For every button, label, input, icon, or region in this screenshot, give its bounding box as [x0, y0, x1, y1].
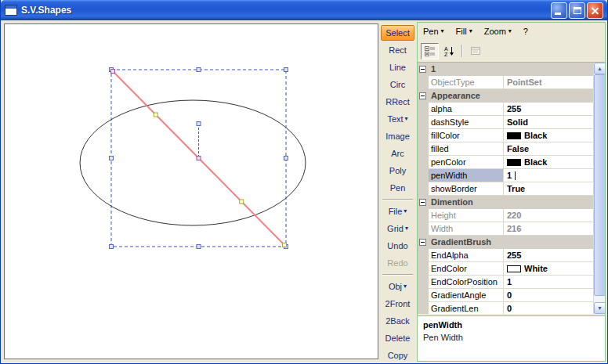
category-row-1[interactable]: 1: [418, 63, 593, 76]
line-point-handle[interactable]: [111, 70, 115, 74]
category-label: 1: [429, 63, 593, 76]
tool-button-redo[interactable]: Redo: [381, 255, 414, 271]
property-row-pencolor[interactable]: penColorBlack: [418, 156, 593, 169]
tool-button-delete[interactable]: Delete: [381, 330, 414, 346]
line-point-handle[interactable]: [197, 157, 201, 160]
tool-button-image[interactable]: Image: [381, 128, 414, 144]
property-value[interactable]: 220: [504, 209, 593, 222]
property-row-filled[interactable]: filledFalse: [418, 142, 593, 156]
collapse-icon[interactable]: [419, 66, 426, 73]
tool-button-arc[interactable]: Arc: [381, 146, 414, 161]
property-value[interactable]: False: [504, 142, 593, 156]
row-indent: [418, 76, 429, 89]
selection-handle[interactable]: [110, 245, 114, 249]
category-indent: [418, 236, 429, 249]
tool-button-circ[interactable]: Circ: [381, 77, 414, 92]
drawing-svg[interactable]: [5, 24, 378, 359]
property-value[interactable]: Black: [504, 129, 593, 142]
close-button[interactable]: [587, 2, 603, 19]
property-row-width[interactable]: Width216: [418, 222, 593, 236]
menu-label: Pen: [423, 27, 439, 36]
category-indent: [418, 63, 429, 76]
vertical-scrollbar[interactable]: ▲ ▼: [593, 63, 605, 314]
collapse-icon[interactable]: [419, 239, 426, 246]
selection-handle[interactable]: [197, 68, 201, 72]
property-value[interactable]: Black: [504, 156, 593, 169]
menu-pen[interactable]: Pen▾: [423, 27, 444, 36]
menu-zoom[interactable]: Zoom▾: [484, 27, 512, 36]
maximize-icon: [574, 7, 581, 14]
tool-button-poly[interactable]: Poly: [381, 163, 414, 178]
menu-fill[interactable]: Fill▾: [456, 27, 472, 36]
prop-menubar: Pen▾Fill▾Zoom▾?: [418, 23, 605, 40]
tool-button-undo[interactable]: Undo: [381, 238, 414, 254]
property-name: penWidth: [429, 169, 504, 182]
minimize-button[interactable]: [551, 2, 567, 19]
property-row-penwidth[interactable]: penWidth1: [418, 169, 593, 182]
maximize-button[interactable]: [569, 2, 585, 19]
scroll-down-button[interactable]: ▼: [594, 302, 605, 314]
property-value[interactable]: 216: [504, 222, 593, 236]
property-value[interactable]: 255: [504, 103, 593, 116]
tool-button-grid[interactable]: Grid▾: [381, 221, 414, 236]
tool-button-label: Delete: [385, 333, 411, 343]
row-indent: [418, 209, 429, 222]
property-name: ObjectType: [429, 76, 504, 89]
tool-button-pen[interactable]: Pen: [381, 180, 414, 196]
property-value[interactable]: 0: [504, 289, 593, 302]
alphabetical-button[interactable]: A Z: [440, 43, 458, 59]
selection-handle[interactable]: [284, 68, 288, 72]
property-row-objecttype[interactable]: ObjectTypePointSet: [418, 76, 593, 89]
scroll-up-button[interactable]: ▲: [594, 63, 605, 74]
selection-handle[interactable]: [197, 245, 201, 249]
property-row-height[interactable]: Height220: [418, 209, 593, 222]
property-grid: 1ObjectTypePointSetAppearancealpha255das…: [418, 62, 605, 314]
property-row-gradientlen[interactable]: GradientLen0: [418, 302, 593, 314]
property-row-endcolor[interactable]: EndColorWhite: [418, 262, 593, 276]
property-row-fillcolor[interactable]: fillColorBlack: [418, 129, 593, 142]
tool-button-text[interactable]: Text▾: [381, 111, 414, 127]
property-value[interactable]: 1: [504, 276, 593, 289]
property-value[interactable]: White: [504, 262, 593, 276]
tool-button-label: Poly: [389, 166, 406, 175]
categorized-button[interactable]: [421, 43, 439, 59]
category-row-appearance[interactable]: Appearance: [418, 89, 593, 103]
tool-button-file[interactable]: File▾: [381, 204, 414, 219]
rotation-handle[interactable]: [197, 122, 201, 126]
selection-handle[interactable]: [284, 157, 288, 160]
property-value[interactable]: PointSet: [504, 76, 593, 89]
property-name: GradientAngle: [429, 289, 504, 302]
property-row-showborder[interactable]: showBorderTrue: [418, 182, 593, 196]
line-point-handle[interactable]: [240, 200, 244, 204]
property-row-gradientangle[interactable]: GradientAngle0: [418, 289, 593, 302]
tool-button-line[interactable]: Line: [381, 59, 414, 75]
tool-button-copy[interactable]: Copy: [381, 348, 414, 363]
property-row-alpha[interactable]: alpha255: [418, 103, 593, 116]
property-value[interactable]: 0: [504, 302, 593, 314]
property-value[interactable]: Solid: [504, 116, 593, 129]
drawing-canvas[interactable]: [4, 23, 378, 359]
collapse-icon[interactable]: [419, 199, 426, 206]
ellipse-shape[interactable]: [80, 100, 306, 225]
property-value[interactable]: 1: [504, 169, 593, 182]
tool-button-rrect[interactable]: RRect: [381, 94, 414, 110]
collapse-icon[interactable]: [419, 92, 426, 99]
property-value[interactable]: 255: [504, 249, 593, 262]
line-point-handle[interactable]: [283, 243, 287, 247]
menu-help[interactable]: ?: [523, 27, 528, 36]
tool-button-rect[interactable]: Rect: [381, 42, 414, 58]
titlebar[interactable]: S.V.Shapes: [1, 0, 607, 20]
property-row-endcolorposition[interactable]: EndColorPosition1: [418, 276, 593, 289]
property-row-dashstyle[interactable]: dashStyleSolid: [418, 116, 593, 129]
category-row-gradientbrush[interactable]: GradientBrush: [418, 236, 593, 249]
tool-button-obj[interactable]: Obj▾: [381, 279, 414, 294]
tool-button-select[interactable]: Select: [381, 25, 414, 41]
line-point-handle[interactable]: [154, 113, 157, 117]
category-row-dimention[interactable]: Dimention: [418, 196, 593, 209]
tool-button-2front[interactable]: 2Front: [381, 296, 414, 312]
property-row-endalpha[interactable]: EndAlpha255: [418, 249, 593, 262]
property-value[interactable]: True: [504, 182, 593, 196]
scrollbar-thumb[interactable]: [594, 74, 605, 296]
selection-handle[interactable]: [110, 157, 114, 160]
tool-button-2back[interactable]: 2Back: [381, 313, 414, 329]
